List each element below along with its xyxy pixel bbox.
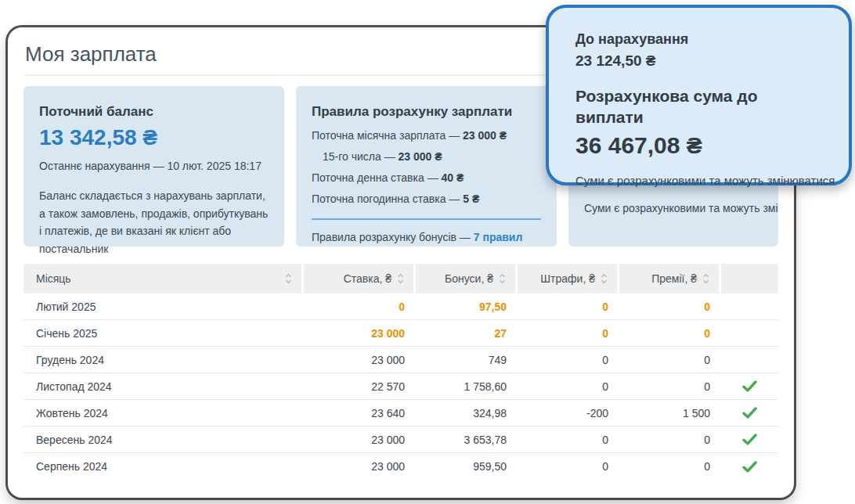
rule-value: 23 000 ₴ [399,150,442,163]
fines-cell: -200 [518,400,619,426]
table-row: Вересень 202423 0003 653,7800 [23,427,778,453]
bonuses-cell: 97,50 [416,293,518,319]
column-header-fines[interactable]: Штрафи, ₴ [518,264,619,293]
table-body: Лютий 2025097,5000Січень 202523 0002700Г… [23,293,778,480]
fines-cell: 0 [518,320,619,346]
paid-status-cell [721,293,778,319]
bonuses-cell: 3 653,78 [416,427,518,452]
bonuses-cell: 324,98 [416,400,518,426]
column-header-label: Ставка, ₴ [344,272,391,285]
rule-daily-rate: Поточна денна ставка — 40 ₴ [312,167,541,189]
premiums-cell: 0 [619,427,721,452]
popup-payout-label: Розрахункова сума до виплати [575,85,822,128]
table-row: Жовтень 202423 640324,98-2001 500 [23,400,778,427]
sort-icon [702,273,709,284]
table-row: Серпень 202423 000959,5000 [23,453,778,480]
paid-check-icon [742,461,757,473]
rate-cell: 22 570 [304,373,416,399]
paid-status-cell [721,427,778,452]
sort-icon [499,273,506,284]
rate-cell: 23 000 [304,347,416,373]
premiums-cell: 0 [619,320,721,346]
fines-cell: 0 [518,373,619,399]
premiums-cell: 0 [619,453,721,480]
rule-pay-day: 15-го числа — 23 000 ₴ [312,146,541,167]
bonuses-cell: 1 758,60 [416,373,518,399]
balance-amount: 13 342,58 ₴ [39,125,269,150]
column-header-rate[interactable]: Ставка, ₴ [304,264,416,293]
balance-card-title: Поточний баланс [39,103,269,120]
premiums-cell: 0 [619,373,721,399]
bonus-rules-link[interactable]: 7 правил [474,231,523,243]
salary-table: МісяцьСтавка, ₴Бонуси, ₴Штрафи, ₴Премії,… [23,264,778,480]
rule-value: 5 ₴ [463,193,479,205]
balance-description: Баланс складається з нарахувань зарплати… [39,187,269,258]
premiums-cell: 0 [619,293,721,319]
popup-accrual-amount: 23 124,50 ₴ [575,52,822,70]
rate-cell: 23 000 [304,320,416,346]
table-row: Грудень 202423 00074900 [23,347,778,373]
column-header-label: Бонуси, ₴ [445,272,493,285]
table-row: Січень 202523 0002700 [23,320,778,347]
rules-divider [312,218,541,220]
paid-check-icon [742,434,757,445]
month-cell: Лютий 2025 [23,293,304,319]
rule-label: Поточна місячна зарплата — [312,129,463,142]
premiums-cell: 1 500 [619,400,721,426]
fines-cell: 0 [518,347,619,373]
paid-status-cell [721,373,778,399]
payout-popup: До нарахування 23 124,50 ₴ Розрахункова … [546,5,852,185]
month-cell: Серпень 2024 [23,453,304,480]
rule-hourly-rate: Поточна погодинна ставка — 5 ₴ [312,189,541,210]
column-header-label: Місяць [36,272,71,285]
current-balance-card: Поточний баланс 13 342,58 ₴ Останнє нара… [23,86,284,247]
rules-card-title: Правила розрахунку зарплати [312,103,541,120]
table-header-row: МісяцьСтавка, ₴Бонуси, ₴Штрафи, ₴Премії,… [23,264,778,293]
month-cell: Листопад 2024 [23,373,304,399]
fines-cell: 0 [518,427,619,452]
payout-note: Суми є розрахунковими та можуть змінюват… [584,201,763,215]
rate-cell: 0 [304,293,416,319]
rule-label: Поточна погодинна ставка — [312,193,463,205]
paid-status-cell [721,320,778,346]
paid-status-cell [721,400,778,426]
rate-cell: 23 000 [304,427,416,452]
salary-rules-card: Правила розрахунку зарплати Поточна міся… [296,86,557,247]
bonuses-cell: 959,50 [416,453,518,480]
column-header-label: Премії, ₴ [651,272,697,285]
popup-accrual-label: До нарахування [575,31,822,49]
bonuses-cell: 27 [416,320,518,346]
rate-cell: 23 000 [304,453,416,480]
paid-check-icon [742,407,757,419]
bonus-rules-label: Правила розрахунку бонусів — [312,231,474,243]
column-header-label: Штрафи, ₴ [540,272,595,285]
paid-status-cell [721,347,778,373]
rule-label: 15-го числа — [323,150,399,163]
rate-cell: 23 640 [304,400,416,426]
column-header-paid [721,264,778,293]
month-cell: Січень 2025 [23,320,304,346]
column-header-bonuses[interactable]: Бонуси, ₴ [416,264,518,293]
premiums-cell: 0 [619,347,721,373]
table-row: Листопад 202422 5701 758,6000 [23,373,778,400]
sort-icon [285,273,292,284]
table-row: Лютий 2025097,5000 [23,293,778,320]
popup-payout-amount: 36 467,08 ₴ [575,131,822,160]
fines-cell: 0 [518,293,619,319]
last-accrual-text: Останнє нарахування — 10 лют. 2025 18:17 [39,157,269,175]
column-header-premiums[interactable]: Премії, ₴ [619,264,721,293]
column-header-month[interactable]: Місяць [23,264,304,293]
rule-label: Поточна денна ставка — [312,171,442,184]
rule-monthly-salary: Поточна місячна зарплата — 23 000 ₴ [312,125,541,146]
bonus-rules-line: Правила розрахунку бонусів — 7 правил [312,227,541,247]
rule-value: 40 ₴ [442,171,464,184]
month-cell: Вересень 2024 [23,427,304,452]
sort-icon [601,273,608,284]
paid-check-icon [742,380,757,392]
sort-icon [397,273,404,284]
bonuses-cell: 749 [416,347,518,373]
rule-value: 23 000 ₴ [463,129,507,142]
fines-cell: 0 [518,453,619,480]
month-cell: Жовтень 2024 [23,400,304,426]
popup-note: Суми є розрахунковими та можуть змінюват… [575,173,822,188]
